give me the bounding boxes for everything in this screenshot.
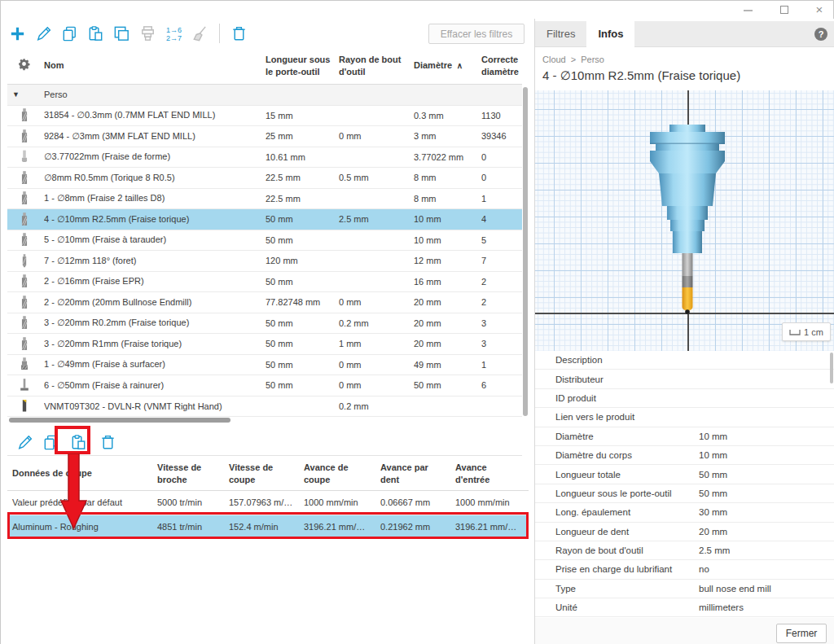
collapse-triangle-icon[interactable]: ▼ <box>7 90 44 99</box>
cutting-data-table: Données de coupeVitesse debrocheVitesse … <box>7 457 529 539</box>
delete-cutting-data-icon[interactable] <box>99 433 118 453</box>
cutting-cell: 1000 mm/min <box>450 497 529 507</box>
tool-row[interactable]: 2 - ∅20mm (20mm Bullnose Endmill)77.8274… <box>7 292 522 313</box>
tool-cell-name: ∅8mm R0.5mm (Torique 8 R0.5) <box>44 173 266 183</box>
edit-tool-icon[interactable] <box>33 24 54 44</box>
cutting-data-row[interactable]: Valeur prédéfinie par défaut5000 tr/min1… <box>7 491 529 515</box>
tool-cell-diameter: 50 mm <box>414 380 481 390</box>
insert-icon <box>7 398 44 414</box>
column-settings-gear-icon[interactable] <box>7 57 44 74</box>
close-button-icon[interactable]: × <box>809 2 830 17</box>
property-label: Diamètre <box>535 432 694 441</box>
tool-cell-radius: 0 mm <box>339 360 414 370</box>
add-tool-icon[interactable] <box>7 24 28 44</box>
property-value: 50 mm <box>694 470 727 480</box>
tool-row[interactable]: VNMT09T302 - DVLN-R (VNMT Right Hand)0.2… <box>7 396 522 418</box>
maximize-button-icon[interactable] <box>774 2 795 17</box>
minimize-button-icon[interactable] <box>737 2 758 17</box>
drill-icon <box>7 253 44 269</box>
column-header[interactable]: Rayon de boutd'outil <box>339 54 414 78</box>
column-header[interactable]: Diamètre ∧ <box>414 59 481 72</box>
tool-row[interactable]: 2 - ∅16mm (Fraise EPR)50 mm16 mm2 <box>7 272 522 293</box>
delete-tool-icon[interactable] <box>229 24 249 44</box>
property-label: Distributeur <box>535 375 694 384</box>
tool-row[interactable]: 31854 - ∅0.3mm (0.7MM FLAT END MILL)15 m… <box>7 106 522 127</box>
tool-row[interactable]: 5 - ∅10mm (Fraise à tarauder)50 mm10 mm5 <box>7 230 522 252</box>
property-label: Type <box>535 584 694 594</box>
tool-cell-length: 10.61 mm <box>266 152 339 162</box>
tab-filtres[interactable]: Filtres <box>535 21 586 47</box>
tool-cell-diameter: 16 mm <box>414 277 481 287</box>
tool-cell-offset: 1 <box>481 194 522 204</box>
tool-group-row[interactable]: ▼Perso <box>7 85 522 106</box>
tool-cell-name: 3 - ∅20mm R1mm (Fraise torique) <box>44 339 266 349</box>
tool-3d-viewport[interactable]: 1 cm <box>535 90 834 351</box>
tool-cell-offset: 1130 <box>481 111 522 120</box>
tool-row[interactable]: 3 - ∅20mm R0.2mm (Fraise torique)50 mm0.… <box>7 313 522 335</box>
tab-infos[interactable]: Infos <box>586 21 634 47</box>
tool-cell-length: 22.5 mm <box>266 173 339 182</box>
endmill-icon <box>7 129 44 144</box>
tool-row[interactable]: 1 - ∅8mm (Fraise 2 tailles D8)22.5 mm8 m… <box>7 189 522 210</box>
tool-holder-icon[interactable] <box>138 24 158 44</box>
paste-tool-icon[interactable] <box>86 24 106 44</box>
tool-row[interactable]: 9284 - ∅3mm (3MM FLAT END MILL)25 mm0 mm… <box>7 126 522 147</box>
property-label: Longueur totale <box>535 470 694 480</box>
edit-cutting-data-icon[interactable] <box>15 433 35 453</box>
tool-cell-radius: 0 mm <box>339 131 414 141</box>
tool-3d-render <box>630 125 744 317</box>
vertical-scrollbar[interactable] <box>523 87 528 418</box>
property-label: Longueur sous le porte-outil <box>535 488 694 498</box>
tool-row[interactable]: 4 - ∅10mm R2.5mm (Fraise torique)50 mm2.… <box>7 209 522 230</box>
properties-scrollbar[interactable] <box>830 353 833 383</box>
tool-cell-offset: 0 <box>481 173 522 182</box>
fermer-button[interactable]: Fermer <box>776 624 827 643</box>
duplicate-tool-icon[interactable] <box>112 24 132 44</box>
tool-row[interactable]: 6 - ∅50mm (Fraise à rainurer)50 mm0 mm50… <box>7 375 522 396</box>
tool-row[interactable]: ∅3.77022mm (Fraise de forme)10.61 mm3.77… <box>7 147 522 169</box>
cutting-cell: 4851 tr/min <box>152 522 224 532</box>
tool-row[interactable]: 1 - ∅49mm (Fraise à surfacer)50 mm0 mm49… <box>7 355 522 376</box>
tool-table-body: ▼Perso31854 - ∅0.3mm (0.7MM FLAT END MIL… <box>7 85 522 417</box>
tool-cell-name: 31854 - ∅0.3mm (0.7MM FLAT END MILL) <box>44 110 266 120</box>
tool-row[interactable]: ∅8mm R0.5mm (Torique 8 R0.5)22.5 mm0.5 m… <box>7 168 522 189</box>
paste-cutting-data-icon[interactable] <box>69 433 89 453</box>
column-header[interactable]: Nom <box>44 59 266 72</box>
cutting-column-header: Vitesse debroche <box>152 462 224 486</box>
tool-cell-diameter: 10 mm <box>414 214 481 224</box>
column-header[interactable]: Longueur sousle porte-outil <box>266 54 339 78</box>
tool-cell-name: 9284 - ∅3mm (3MM FLAT END MILL) <box>44 131 266 142</box>
help-icon[interactable]: ? <box>814 28 827 41</box>
tool-row[interactable]: 3 - ∅20mm R1mm (Fraise torique)50 mm1 mm… <box>7 334 522 355</box>
breadcrumb-cloud[interactable]: Cloud <box>542 55 566 64</box>
property-label: Description <box>535 355 694 365</box>
cleanup-tools-icon[interactable] <box>190 24 210 44</box>
cutting-data-row[interactable]: Aluminum - Roughing4851 tr/min152.4 m/mi… <box>7 515 529 540</box>
copy-cutting-data-icon[interactable] <box>42 433 61 453</box>
tool-cell-length: 120 mm <box>266 256 339 265</box>
tool-cell-radius: 2.5 mm <box>339 214 414 224</box>
property-value: 10 mm <box>694 450 727 460</box>
tool-cell-name: 4 - ∅10mm R2.5mm (Fraise torique) <box>44 214 266 225</box>
endmill-icon <box>7 191 44 206</box>
endmill-icon <box>7 212 44 227</box>
property-row: Long. épaulement30 mm <box>535 503 834 522</box>
tool-cell-name: 6 - ∅50mm (Fraise à rainurer) <box>44 380 266 391</box>
tool-cell-length: 15 mm <box>266 111 339 120</box>
copy-tool-icon[interactable] <box>59 24 80 44</box>
cutting-column-header: Avance pardent <box>375 462 450 486</box>
breadcrumb-perso[interactable]: Perso <box>581 55 604 64</box>
tool-row[interactable]: 7 - ∅12mm 118° (foret)120 mm12 mm7 <box>7 251 522 272</box>
main-toolbar: 1→62→7 <box>7 22 249 45</box>
endmill-icon <box>7 274 44 289</box>
tool-cell-length: 25 mm <box>266 131 339 141</box>
tool-cell-radius: 0.2 mm <box>339 401 414 411</box>
tool-cell-offset: 3 <box>481 339 522 348</box>
property-value: millimeters <box>694 602 744 612</box>
horizontal-scrollbar[interactable] <box>7 417 522 423</box>
property-label: Unité <box>535 602 694 612</box>
clear-filters-button[interactable]: Effacer les filtres <box>428 24 525 44</box>
column-header[interactable]: Correctediamètre <box>481 54 522 78</box>
renumber-tools-icon[interactable]: 1→62→7 <box>164 24 184 44</box>
cutting-data-toolbar <box>7 430 522 456</box>
